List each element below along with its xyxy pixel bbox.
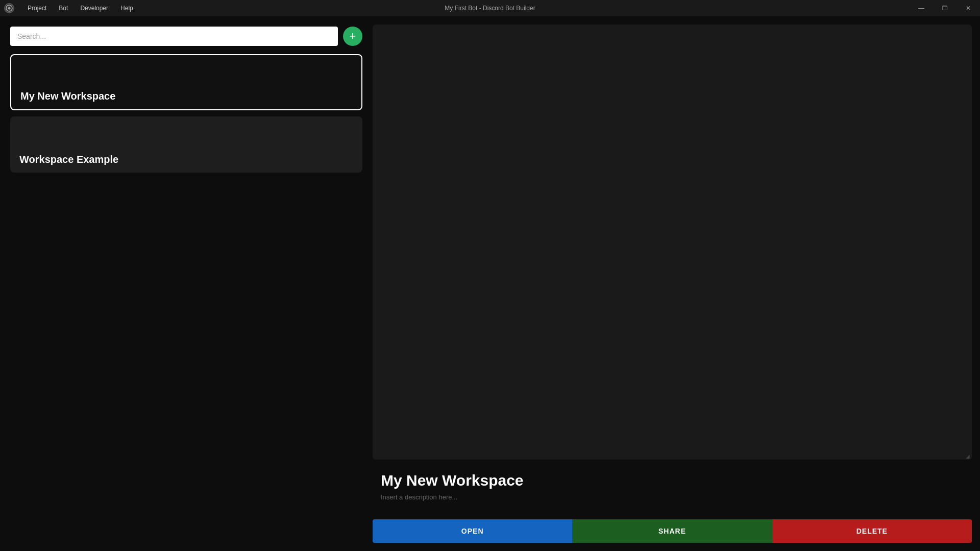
open-button[interactable]: OPEN: [373, 519, 572, 543]
window-controls: — ⧠ ✕: [910, 0, 980, 16]
menu-bar: Project Bot Developer Help: [22, 3, 138, 14]
workspace-detail: My New Workspace Insert a description he…: [373, 460, 972, 511]
menu-project[interactable]: Project: [22, 3, 52, 14]
workspace-description: Insert a description here...: [381, 493, 962, 501]
workspace-item-1[interactable]: My New Workspace: [10, 54, 362, 110]
search-row: +: [10, 27, 362, 46]
workspace-item-2-label: Workspace Example: [19, 154, 118, 165]
minimize-button[interactable]: —: [910, 0, 933, 16]
add-workspace-button[interactable]: +: [343, 27, 362, 46]
workspace-item-1-label: My New Workspace: [20, 90, 115, 102]
share-button[interactable]: SHARE: [572, 519, 772, 543]
left-panel: + My New Workspace Workspace Example: [0, 16, 373, 551]
preview-area: ◢: [373, 25, 972, 460]
app-logo: [4, 3, 14, 13]
title-bar-left: Project Bot Developer Help: [4, 3, 138, 14]
main-layout: + My New Workspace Workspace Example ◢ M…: [0, 16, 980, 551]
restore-button[interactable]: ⧠: [933, 0, 957, 16]
workspace-detail-title: My New Workspace: [381, 472, 962, 489]
search-input[interactable]: [10, 27, 338, 46]
action-buttons: OPEN SHARE DELETE: [373, 519, 972, 543]
title-bar: Project Bot Developer Help My First Bot …: [0, 0, 980, 16]
window-title: My First Bot - Discord Bot Builder: [445, 5, 535, 12]
workspace-item-2[interactable]: Workspace Example: [10, 116, 362, 173]
right-panel: ◢ My New Workspace Insert a description …: [373, 16, 980, 551]
menu-developer[interactable]: Developer: [75, 3, 113, 14]
menu-help[interactable]: Help: [115, 3, 138, 14]
close-button[interactable]: ✕: [957, 0, 980, 16]
resize-handle-icon: ◢: [966, 453, 971, 459]
delete-button[interactable]: DELETE: [772, 519, 972, 543]
menu-bot[interactable]: Bot: [54, 3, 73, 14]
